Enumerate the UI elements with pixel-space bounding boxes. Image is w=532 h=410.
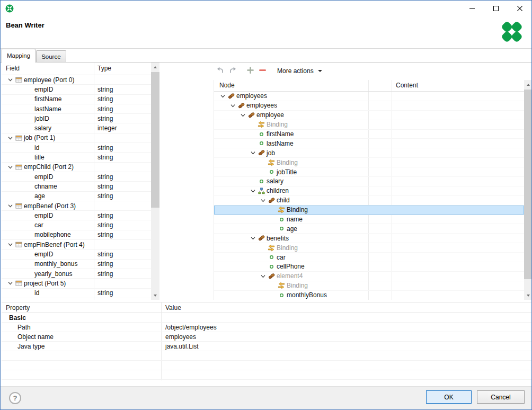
property-row[interactable] bbox=[2, 351, 531, 361]
chevron-expanded-icon[interactable] bbox=[228, 103, 237, 109]
field-icon bbox=[277, 292, 286, 299]
property-row[interactable] bbox=[2, 361, 531, 370]
tree-row[interactable]: Binding bbox=[214, 158, 524, 167]
field-icon bbox=[267, 263, 276, 270]
property-row[interactable]: Java typejava.util.List bbox=[2, 342, 531, 351]
scrollbar-thumb[interactable] bbox=[151, 72, 159, 208]
tree-row[interactable]: jobTitle bbox=[214, 167, 524, 177]
field-row[interactable]: agestring bbox=[2, 192, 151, 201]
tree-row[interactable]: employees bbox=[214, 92, 524, 101]
field-row[interactable]: empIDstring bbox=[2, 211, 151, 220]
bean-icon bbox=[267, 197, 276, 204]
field-row[interactable]: namestring bbox=[2, 298, 151, 300]
scroll-down-arrow-icon[interactable] bbox=[151, 291, 159, 300]
tree-row[interactable]: car bbox=[214, 253, 524, 262]
tab-source[interactable]: Source bbox=[36, 50, 66, 62]
chevron-expanded-icon[interactable] bbox=[6, 203, 14, 209]
tree-scrollbar[interactable] bbox=[524, 80, 532, 300]
field-row[interactable]: chnamestring bbox=[2, 182, 151, 191]
redo-button[interactable] bbox=[227, 65, 238, 77]
field-row[interactable]: mobilephonestring bbox=[2, 230, 151, 240]
property-row[interactable]: Path/object/employees bbox=[2, 323, 531, 332]
chevron-expanded-icon[interactable] bbox=[249, 188, 257, 194]
field-row[interactable]: empIDstring bbox=[2, 249, 151, 259]
tree-row[interactable]: name bbox=[214, 215, 524, 225]
tree-row[interactable]: element4 bbox=[214, 272, 524, 281]
scrollbar-thumb[interactable] bbox=[524, 90, 532, 279]
field-row[interactable]: idstring bbox=[2, 289, 151, 298]
field-row[interactable]: employee (Port 0) bbox=[2, 75, 151, 85]
dialog-footer: ? OK Cancel bbox=[1, 386, 531, 409]
tree-row[interactable]: monthlyBonus bbox=[214, 291, 524, 300]
content-column-header: Content bbox=[396, 82, 418, 89]
property-row[interactable]: Basic bbox=[2, 313, 531, 323]
maximize-button[interactable] bbox=[484, 1, 508, 16]
field-column-header: Field bbox=[6, 65, 20, 72]
tree-row[interactable]: firstName bbox=[214, 130, 524, 139]
minimize-button[interactable] bbox=[460, 1, 484, 16]
scroll-down-arrow-icon[interactable] bbox=[524, 291, 532, 300]
tree-row[interactable]: job bbox=[214, 148, 524, 158]
tree-row[interactable]: children bbox=[214, 186, 524, 196]
tree-row[interactable]: Binding bbox=[214, 243, 524, 253]
cancel-button[interactable]: Cancel bbox=[477, 390, 525, 404]
tree-row[interactable]: Binding bbox=[214, 206, 524, 215]
field-row[interactable]: salaryinteger bbox=[2, 123, 151, 133]
tree-row[interactable]: cellPhone bbox=[214, 262, 524, 272]
scroll-up-arrow-icon[interactable] bbox=[151, 63, 159, 72]
ok-button[interactable]: OK bbox=[426, 390, 472, 404]
bean-writer-dialog: Bean Writer Mapping Source Field Type em… bbox=[0, 0, 532, 410]
close-button[interactable] bbox=[508, 1, 531, 16]
field-label: title bbox=[34, 154, 45, 161]
tree-row[interactable]: age bbox=[214, 224, 524, 234]
field-row[interactable]: idstring bbox=[2, 143, 151, 153]
property-row[interactable] bbox=[2, 370, 531, 380]
tree-row[interactable]: child bbox=[214, 196, 524, 206]
field-row[interactable]: monthly_bonusstring bbox=[2, 260, 151, 269]
field-row[interactable]: yearly_bonusstring bbox=[2, 269, 151, 279]
more-actions-button[interactable]: More actions bbox=[274, 65, 325, 77]
field-row[interactable]: lastNamestring bbox=[2, 104, 151, 114]
chevron-expanded-icon[interactable] bbox=[218, 93, 227, 99]
tree-row[interactable]: Binding bbox=[214, 120, 524, 130]
chevron-expanded-icon[interactable] bbox=[6, 280, 14, 286]
tab-mapping[interactable]: Mapping bbox=[2, 49, 36, 63]
chevron-expanded-icon[interactable] bbox=[259, 198, 267, 203]
undo-icon bbox=[216, 66, 225, 76]
chevron-expanded-icon[interactable] bbox=[6, 164, 14, 170]
field-row[interactable]: empBenef (Port 3) bbox=[2, 201, 151, 211]
undo-button[interactable] bbox=[215, 65, 226, 77]
chevron-expanded-icon[interactable] bbox=[238, 112, 247, 118]
field-row[interactable]: empFinBenef (Port 4) bbox=[2, 240, 151, 249]
chevron-expanded-icon[interactable] bbox=[6, 77, 14, 83]
add-button[interactable] bbox=[244, 65, 256, 77]
field-row[interactable]: empChild (Port 2) bbox=[2, 163, 151, 172]
chevron-expanded-icon[interactable] bbox=[6, 242, 14, 247]
scroll-up-arrow-icon[interactable] bbox=[524, 80, 532, 89]
property-value: employees bbox=[165, 333, 196, 341]
field-row[interactable]: jobIDstring bbox=[2, 114, 151, 123]
tree-row[interactable]: employee bbox=[214, 111, 524, 120]
chevron-expanded-icon[interactable] bbox=[249, 150, 257, 156]
app-clover-icon[interactable] bbox=[5, 4, 14, 13]
chevron-expanded-icon[interactable] bbox=[6, 135, 14, 141]
tree-row[interactable]: Binding bbox=[214, 281, 524, 291]
tree-row[interactable]: salary bbox=[214, 177, 524, 186]
tree-row[interactable]: employees bbox=[214, 101, 524, 111]
field-table-scrollbar[interactable] bbox=[151, 63, 159, 300]
field-row[interactable]: job (Port 1) bbox=[2, 133, 151, 143]
field-row[interactable]: empIDstring bbox=[2, 85, 151, 94]
tree-row[interactable]: lastName bbox=[214, 139, 524, 148]
field-row[interactable]: project (Port 5) bbox=[2, 279, 151, 288]
field-row[interactable]: titlestring bbox=[2, 153, 151, 162]
chevron-expanded-icon[interactable] bbox=[249, 235, 257, 241]
property-value: /object/employees bbox=[165, 324, 217, 331]
help-button[interactable]: ? bbox=[9, 392, 21, 404]
property-row[interactable]: Object nameemployees bbox=[2, 332, 531, 342]
chevron-expanded-icon[interactable] bbox=[259, 273, 267, 279]
field-row[interactable]: empIDstring bbox=[2, 172, 151, 182]
field-row[interactable]: firstNamestring bbox=[2, 95, 151, 104]
field-row[interactable]: carstring bbox=[2, 220, 151, 230]
remove-button[interactable] bbox=[256, 65, 268, 77]
tree-row[interactable]: benefits bbox=[214, 234, 524, 243]
